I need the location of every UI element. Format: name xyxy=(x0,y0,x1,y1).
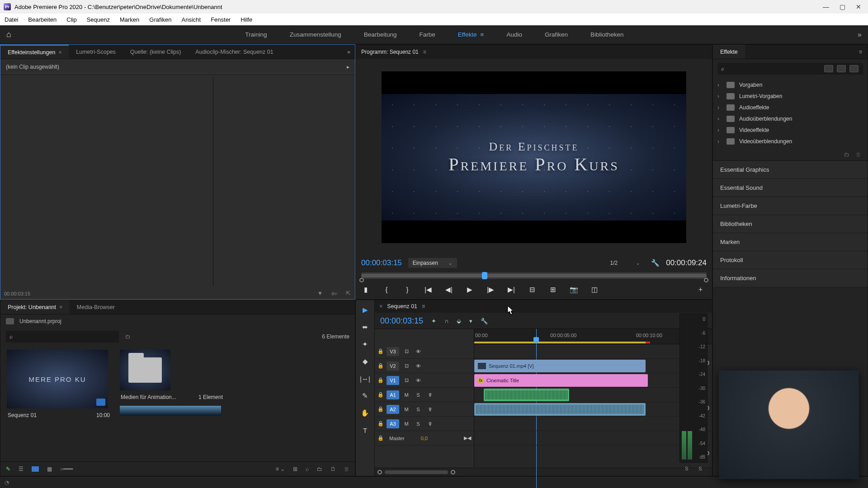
icon-view-icon[interactable] xyxy=(32,466,39,472)
menu-bearbeiten[interactable]: Bearbeiten xyxy=(28,16,57,23)
find-icon[interactable]: ⌕ xyxy=(306,466,309,472)
lock-icon[interactable]: 🔒 xyxy=(377,406,384,412)
ws-audio[interactable]: Audio xyxy=(506,31,522,38)
eye-icon[interactable]: 👁 xyxy=(414,349,423,354)
settings-icon[interactable]: 🔧 xyxy=(481,318,488,324)
wrench-icon[interactable]: 🔧 xyxy=(651,259,660,267)
track-select-tool-icon[interactable]: ⬌ xyxy=(360,322,371,333)
timeline-marker-icon[interactable]: ▾ xyxy=(469,318,472,324)
project-item-folder[interactable]: Medien für Animation...1 Element xyxy=(120,350,224,416)
minimize-button[interactable]: — xyxy=(822,3,830,11)
resolution-dropdown[interactable]: 1/2⌄ xyxy=(606,258,645,268)
new-bin-icon[interactable]: 🗀 xyxy=(844,151,849,158)
maximize-button[interactable]: ▢ xyxy=(838,3,846,11)
hand-tool-icon[interactable]: ✋ xyxy=(360,408,371,418)
eye-icon[interactable]: 👁 xyxy=(414,378,423,383)
tab-effekteinstellungen[interactable]: Effekteinstellungen≡ xyxy=(0,45,69,59)
menu-datei[interactable]: Datei xyxy=(5,16,18,23)
pen-tool-icon[interactable]: ✎ xyxy=(360,390,371,401)
clip-video[interactable]: Sequenz 01.mp4 [V] xyxy=(474,360,646,372)
close-sequence-icon[interactable]: × xyxy=(379,303,382,310)
tab-media-browser[interactable]: Media-Browser xyxy=(70,300,122,314)
play-icon[interactable]: ▶ xyxy=(465,286,474,294)
program-menu-icon[interactable]: ≡ xyxy=(423,49,426,55)
lock-icon[interactable]: 🔒 xyxy=(377,421,384,427)
keyframe-icon[interactable]: ◆▸ xyxy=(331,290,338,296)
tab-quelle[interactable]: Quelle: (keine Clips) xyxy=(123,45,189,59)
lock-icon[interactable]: 🔒 xyxy=(377,363,384,369)
selection-tool-icon[interactable]: ▶ xyxy=(360,305,371,315)
track-v1[interactable]: 🔒V1⊡👁 xyxy=(375,373,474,388)
mark-in-icon[interactable]: ▮ xyxy=(361,286,370,294)
panel-essential-sound[interactable]: Essential Sound xyxy=(713,179,868,197)
mic-icon[interactable]: 🎙 xyxy=(425,407,434,412)
32bit-badge-icon[interactable] xyxy=(837,65,846,72)
mic-icon[interactable]: 🎙 xyxy=(425,421,434,427)
mic-icon[interactable]: 🎙 xyxy=(425,392,434,398)
accelerated-badge-icon[interactable] xyxy=(824,65,833,72)
ripple-tool-icon[interactable]: ✦ xyxy=(360,339,371,350)
sync-lock-icon[interactable]: ⊡ xyxy=(402,363,411,369)
snap-icon[interactable]: ✦ xyxy=(431,318,436,324)
step-forward-icon[interactable]: |▶ xyxy=(486,286,495,294)
go-to-in-icon[interactable]: |◀ xyxy=(424,286,433,294)
audio-meters[interactable]: 0-6-12 -18-24-30 -36-42-48 -54dB SS xyxy=(679,314,708,463)
trash-icon[interactable]: 🗑 xyxy=(344,466,349,472)
ws-bearbeitung[interactable]: Bearbeitung xyxy=(364,31,397,38)
effects-menu-icon[interactable]: ≡ xyxy=(854,49,868,55)
ws-zusammenstellung[interactable]: Zusammenstellung xyxy=(290,31,341,38)
sync-lock-icon[interactable]: ⊡ xyxy=(402,348,411,354)
sort-icon[interactable]: ≡ ⌄ xyxy=(276,466,285,472)
folder-videoeffekte[interactable]: ›Videoeffekte xyxy=(717,124,863,136)
sync-lock-icon[interactable]: ⊡ xyxy=(402,377,411,383)
project-item-strip[interactable] xyxy=(120,406,221,416)
tab-lumetri-scopes[interactable]: Lumetri-Scopes xyxy=(69,45,123,59)
eye-icon[interactable]: 👁 xyxy=(414,363,423,369)
menu-marken[interactable]: Marken xyxy=(120,16,139,23)
track-a2[interactable]: 🔒A2MS🎙 xyxy=(375,402,474,417)
menu-ansicht[interactable]: Ansicht xyxy=(181,16,201,23)
slip-tool-icon[interactable]: |↔| xyxy=(360,373,371,384)
effects-search-input[interactable] xyxy=(728,66,821,72)
extract-icon[interactable]: ⊞ xyxy=(548,286,557,294)
new-bin-icon[interactable]: 🗀 xyxy=(317,466,322,472)
program-playhead[interactable] xyxy=(482,272,487,279)
export-frame-icon[interactable]: 📷 xyxy=(569,286,578,294)
ws-bibliotheken[interactable]: Bibliotheken xyxy=(590,31,624,38)
menu-hilfe[interactable]: Hilfe xyxy=(241,16,252,23)
list-view-icon[interactable]: ☰ xyxy=(19,466,24,472)
work-area-bar[interactable] xyxy=(474,342,646,343)
clip-title[interactable]: fxCinematic Title xyxy=(474,374,648,387)
lift-icon[interactable]: ⊟ xyxy=(528,286,537,294)
add-button-icon[interactable]: ＋ xyxy=(696,285,705,294)
effects-search[interactable]: ⌕ xyxy=(717,63,863,75)
bracket-in-icon[interactable]: { xyxy=(382,286,391,293)
ws-training[interactable]: Training xyxy=(245,31,267,38)
menu-grafiken[interactable]: Grafiken xyxy=(149,16,171,23)
filter-icon[interactable]: ▼ xyxy=(317,290,323,296)
track-v3[interactable]: 🔒V3⊡👁 xyxy=(375,344,474,359)
zoom-slider-handle[interactable]: ○━━━ xyxy=(60,466,73,472)
bracket-out-icon[interactable]: } xyxy=(403,286,412,293)
panel-marken[interactable]: Marken xyxy=(713,233,868,251)
project-search[interactable]: ⌕ xyxy=(6,331,119,343)
project-item-sequenz[interactable]: MERE PRO KU Sequenz 0110:00 xyxy=(7,350,111,422)
program-viewer[interactable]: Der Epischste Premiere Pro Kurs xyxy=(382,71,686,243)
export-icon[interactable]: ⇱ xyxy=(346,290,350,296)
home-icon[interactable]: ⌂ xyxy=(6,30,11,39)
menu-fenster[interactable]: Fenster xyxy=(211,16,231,23)
timeline-zoom-scroll[interactable] xyxy=(375,468,712,476)
folder-audioeffekte[interactable]: ›Audioeffekte xyxy=(717,102,863,113)
go-to-out-icon[interactable]: ▶| xyxy=(507,286,516,294)
panel-overflow-icon[interactable]: » xyxy=(343,49,355,55)
ws-farbe[interactable]: Farbe xyxy=(420,31,435,38)
close-button[interactable]: ✕ xyxy=(854,3,863,11)
step-back-icon[interactable]: ◀| xyxy=(444,286,453,294)
razor-tool-icon[interactable]: ◆ xyxy=(360,356,371,367)
delete-icon[interactable]: 🗑 xyxy=(856,151,861,158)
lock-icon[interactable]: 🔒 xyxy=(377,348,384,354)
type-tool-icon[interactable]: T xyxy=(360,425,371,436)
timeline-timecode[interactable]: 00:00:03:15 xyxy=(380,316,423,326)
tab-projekt[interactable]: Projekt: Unbenannt≡ xyxy=(0,300,70,314)
sequence-menu-icon[interactable]: ≡ xyxy=(422,303,425,310)
